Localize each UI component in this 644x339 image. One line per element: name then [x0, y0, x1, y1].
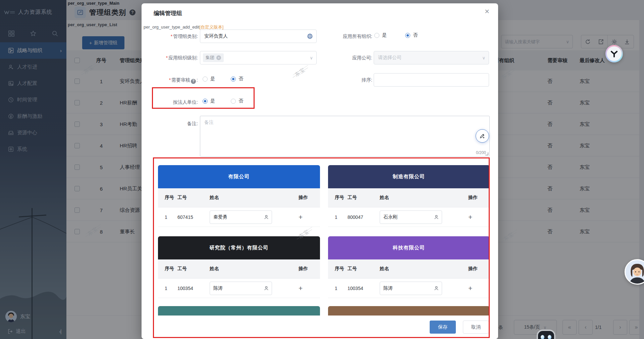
company-card-title: 制造有限公司 — [328, 165, 490, 188]
edit-group-modal: 编辑管理组 × per_org_user_type_add_edit[自定义版本… — [142, 3, 498, 339]
group-type-label: *管理组类别: — [142, 33, 198, 40]
modal-title: 编辑管理组 — [154, 9, 182, 17]
card-row-seq: 1 — [328, 286, 347, 291]
person-icon[interactable] — [264, 286, 269, 291]
person-icon[interactable] — [434, 214, 439, 220]
chevron-down-icon: ∨ — [482, 55, 485, 60]
person-name-field[interactable] — [380, 210, 442, 224]
add-person-button[interactable]: + — [468, 213, 472, 221]
screen: 人力资源系统 战略与组织 › 人才引进 人才配置 时间管理 薪酬与激励 — [0, 0, 644, 339]
apply-all-org-label: 应用所有组织: — [316, 33, 372, 40]
card-row-seq: 1 — [328, 214, 347, 220]
org-level-select[interactable]: 集团 × ∨ — [200, 51, 317, 64]
robot-assistant-button[interactable] — [538, 331, 554, 339]
by-legal-label: 按法人单位: — [142, 99, 198, 105]
apply-all-org-no[interactable]: 否 — [405, 32, 418, 38]
close-icon[interactable]: × — [485, 7, 489, 15]
remark-field: 0/200 — [200, 116, 490, 157]
modal-footer: 保存 取消 — [142, 316, 498, 339]
card-table-row: 1 100354 + — [328, 279, 490, 298]
add-person-button[interactable]: + — [299, 213, 303, 221]
apply-company-label: 应用公司: — [316, 54, 372, 61]
card-table-row: 1 100354 + — [158, 279, 320, 298]
group-type-field[interactable] — [200, 30, 317, 43]
person-icon[interactable] — [434, 286, 439, 291]
company-card-title: 科技有限公司 — [328, 236, 490, 259]
custom-version-tag: [自定义版本] — [199, 25, 223, 30]
card-row-empno: 100354 — [177, 286, 210, 291]
person-icon[interactable] — [264, 214, 269, 220]
need-audit-no[interactable]: 否 — [231, 76, 243, 82]
chevron-down-icon: ∨ — [310, 55, 313, 60]
girl-avatar — [626, 260, 644, 284]
radio-checked[interactable] — [203, 99, 208, 104]
remark-label: 备注: — [142, 120, 198, 127]
cancel-button[interactable]: 取消 — [463, 321, 489, 334]
card-table-header: 序号 工号 姓名 操作 — [328, 259, 490, 279]
need-audit-label: *需要审核?: — [142, 77, 198, 84]
org-level-label: *应用组织级别: — [142, 54, 198, 61]
card-row-empno: 607415 — [177, 214, 210, 220]
org-level-tag: 集团 × — [203, 53, 224, 62]
radio-checked[interactable] — [405, 33, 410, 38]
remark-counter: 0/200 — [476, 150, 486, 155]
company-card: 有限公司 序号 工号 姓名 操作 1 607415 + — [158, 165, 320, 227]
person-name-field[interactable] — [380, 282, 442, 295]
person-name-field[interactable] — [210, 210, 272, 224]
tag-remove-icon[interactable]: × — [216, 55, 221, 60]
company-card: 制造有限公司 序号 工号 姓名 操作 1 800047 + — [328, 165, 490, 227]
company-card-title: 有限公司 — [158, 165, 320, 188]
person-name-field[interactable] — [210, 282, 272, 295]
radio-unchecked[interactable] — [203, 77, 208, 82]
apply-company-select[interactable]: 请选择公司 ∨ — [374, 51, 489, 64]
by-legal-no[interactable]: 否 — [231, 98, 243, 104]
radio-unchecked[interactable] — [231, 99, 236, 104]
person-name-input[interactable] — [383, 214, 432, 220]
person-name-input[interactable] — [213, 214, 262, 220]
sort-input[interactable] — [374, 77, 489, 83]
radio-checked[interactable] — [231, 77, 236, 82]
apply-company-placeholder: 请选择公司 — [374, 55, 401, 61]
save-button[interactable]: 保存 — [430, 321, 456, 334]
add-person-button[interactable]: + — [299, 284, 303, 292]
card-table-header: 序号 工号 姓名 操作 — [158, 188, 320, 207]
card-table-row: 1 800047 + — [328, 207, 490, 227]
pen-sparkle-icon — [479, 133, 485, 139]
group-type-input[interactable] — [200, 34, 307, 39]
card-table-row: 1 607415 + — [158, 207, 320, 227]
person-name-input[interactable] — [213, 286, 262, 291]
apply-all-org-yes[interactable]: 是 — [374, 32, 387, 38]
card-row-empno: 800047 — [347, 214, 380, 220]
card-table-header: 序号 工号 姓名 操作 — [158, 259, 320, 279]
ai-assistant-logo-icon — [607, 46, 622, 61]
card-table-header: 序号 工号 姓名 操作 — [328, 188, 490, 207]
company-card: 研究院（常州）有限公司 序号 工号 姓名 操作 1 100354 + — [158, 236, 320, 298]
person-name-input[interactable] — [383, 286, 432, 291]
help-icon[interactable]: ? — [191, 79, 196, 84]
remark-textarea[interactable] — [200, 116, 489, 156]
sort-label: 排序: — [316, 77, 372, 83]
radio-unchecked[interactable] — [374, 33, 379, 38]
globe-icon[interactable] — [307, 33, 313, 39]
company-card-title: 研究院（常州）有限公司 — [158, 236, 320, 259]
ai-write-button[interactable] — [476, 129, 489, 143]
need-audit-yes[interactable]: 是 — [203, 76, 215, 82]
ai-assistant-button[interactable] — [605, 45, 623, 62]
card-row-seq: 1 — [158, 214, 177, 220]
company-card: 科技有限公司 序号 工号 姓名 操作 1 100354 + — [328, 236, 490, 298]
card-row-seq: 1 — [158, 286, 177, 291]
add-person-button[interactable]: + — [468, 284, 472, 292]
card-row-empno: 100354 — [347, 286, 380, 291]
by-legal-yes[interactable]: 是 — [203, 98, 215, 104]
sort-field[interactable] — [374, 73, 489, 87]
